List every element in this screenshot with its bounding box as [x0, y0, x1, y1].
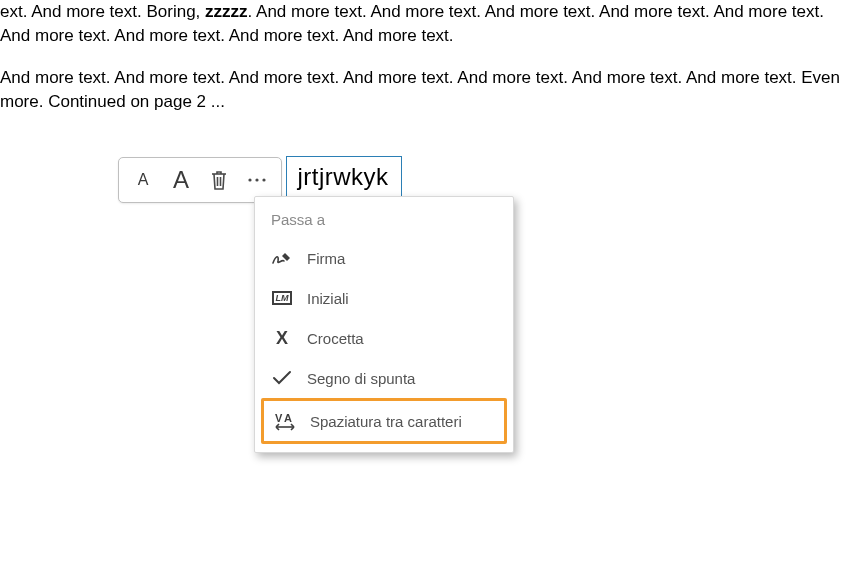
kerning-icon: V A [274, 411, 296, 431]
menu-item-label: Crocetta [307, 330, 364, 347]
menu-header: Passa a [255, 205, 513, 238]
svg-text:V: V [275, 412, 283, 424]
menu-item-label: Firma [307, 250, 345, 267]
svg-text:A: A [284, 412, 292, 424]
text-annotation-editor: A A jrtjrwkyk [118, 146, 402, 203]
delete-button[interactable] [201, 162, 237, 198]
annotation-text-value: jrtjrwkyk [297, 163, 388, 190]
paragraph-2: And more text. And more text. And more t… [0, 66, 843, 114]
svg-point-1 [255, 178, 258, 181]
menu-item-label: Iniziali [307, 290, 349, 307]
menu-item-spunta[interactable]: Segno di spunta [255, 358, 513, 398]
menu-item-crocetta[interactable]: X Crocetta [255, 318, 513, 358]
menu-item-label: Segno di spunta [307, 370, 415, 387]
paragraph-1: ext. And more text. Boring, zzzzz. And m… [0, 0, 843, 48]
menu-item-firma[interactable]: Firma [255, 238, 513, 278]
font-size-large-button[interactable]: A [163, 162, 199, 198]
large-a-icon: A [173, 166, 189, 194]
signature-icon [271, 248, 293, 268]
menu-item-spaziatura[interactable]: V A Spaziatura tra caratteri [261, 398, 507, 444]
more-options-button[interactable] [239, 162, 275, 198]
font-size-small-button[interactable]: A [125, 162, 161, 198]
menu-item-iniziali[interactable]: LM Iniziali [255, 278, 513, 318]
x-icon: X [271, 328, 293, 348]
trash-icon [209, 169, 229, 191]
switch-to-menu: Passa a Firma LM Iniziali X Crocetta Seg… [254, 196, 514, 453]
svg-point-2 [262, 178, 265, 181]
small-a-icon: A [138, 171, 149, 189]
document-background-text: ext. And more text. Boring, zzzzz. And m… [0, 0, 843, 114]
check-icon [271, 368, 293, 388]
menu-item-label: Spaziatura tra caratteri [310, 413, 462, 430]
ellipsis-icon [246, 176, 268, 184]
svg-point-0 [248, 178, 251, 181]
initials-icon: LM [271, 288, 293, 308]
